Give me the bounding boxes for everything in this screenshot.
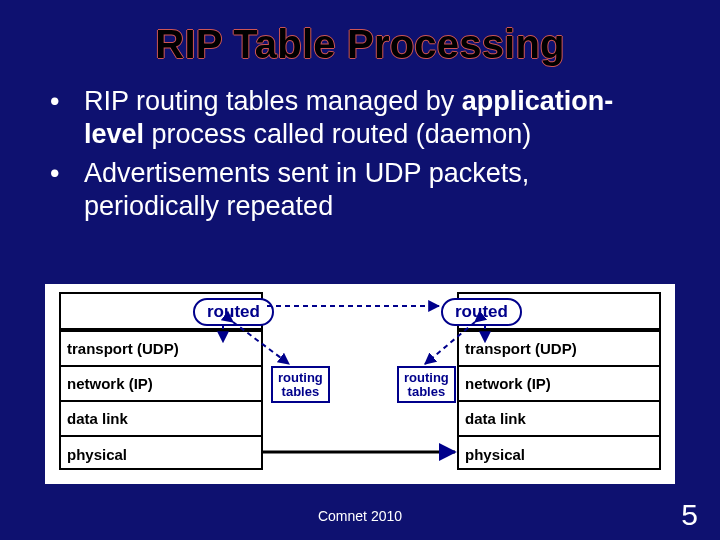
- bullet-item: • Advertisements sent in UDP packets, pe…: [40, 157, 660, 223]
- slide-title: RIP Table Processing: [0, 0, 720, 67]
- layer-transport: transport (UDP): [459, 332, 659, 367]
- stack-right: transport (UDP) network (IP) data link p…: [457, 330, 661, 470]
- routed-pill-left: routed: [193, 298, 274, 326]
- layer-network: network (IP): [61, 367, 261, 402]
- stack-left: transport (UDP) network (IP) data link p…: [59, 330, 263, 470]
- routing-tables-right: routing tables: [397, 366, 456, 403]
- routed-pill-right: routed: [441, 298, 522, 326]
- footer-text: Comnet 2010: [0, 508, 720, 524]
- bullet-text: Advertisements sent in UDP packets, peri…: [84, 157, 660, 223]
- diagram: transport (UDP) network (IP) data link p…: [45, 284, 675, 484]
- bullet-dot: •: [40, 85, 84, 151]
- layer-physical: physical: [61, 437, 261, 472]
- layer-datalink: data link: [61, 402, 261, 437]
- layer-network: network (IP): [459, 367, 659, 402]
- layer-transport: transport (UDP): [61, 332, 261, 367]
- slide: RIP Table Processing • RIP routing table…: [0, 0, 720, 540]
- bullet-list: • RIP routing tables managed by applicat…: [0, 67, 720, 223]
- page-number: 5: [681, 498, 698, 532]
- layer-datalink: data link: [459, 402, 659, 437]
- layer-physical: physical: [459, 437, 659, 472]
- bullet-dot: •: [40, 157, 84, 223]
- bullet-text: RIP routing tables managed by applicatio…: [84, 85, 660, 151]
- bullet-item: • RIP routing tables managed by applicat…: [40, 85, 660, 151]
- routing-tables-left: routing tables: [271, 366, 330, 403]
